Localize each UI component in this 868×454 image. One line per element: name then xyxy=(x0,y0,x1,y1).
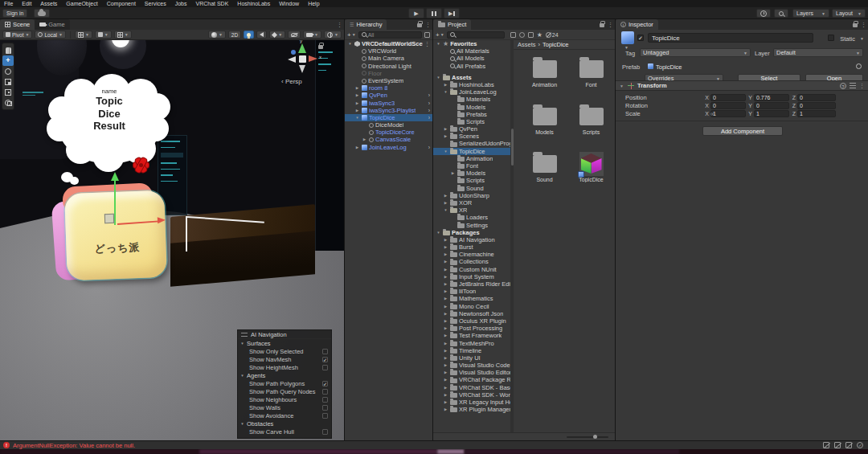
ai-nav-option[interactable]: Show Only Selected xyxy=(238,347,331,355)
menu-item-services[interactable]: Services xyxy=(145,1,166,6)
perspective-label[interactable]: ‹ Persp xyxy=(281,78,302,85)
twisty-icon[interactable]: ▶ xyxy=(362,136,367,143)
checkbox[interactable] xyxy=(322,389,328,395)
checkbox[interactable] xyxy=(322,429,328,435)
project-tree-item[interactable]: ▶QvPen xyxy=(433,125,510,133)
foldout-icon[interactable]: ▼ xyxy=(240,374,245,378)
project-tree-item[interactable]: ▶JetBrains Rider Editor xyxy=(433,280,510,288)
twisty-icon[interactable]: ▶ xyxy=(443,192,448,199)
y-axis-cone-icon[interactable] xyxy=(298,43,306,53)
active-checkbox[interactable]: ✓ xyxy=(637,35,644,41)
hierarchy-item[interactable]: ▶JoinLeaveLog› xyxy=(345,144,432,151)
project-tree-item[interactable]: Scripts xyxy=(433,118,510,125)
project-tree-item[interactable]: ▶Models xyxy=(433,170,510,177)
twisty-icon[interactable]: ▶ xyxy=(443,325,448,332)
twisty-icon[interactable]: ▼ xyxy=(436,229,441,236)
twisty-icon[interactable]: ▶ xyxy=(443,199,448,207)
project-tree-item[interactable]: ▶Oculus XR Plugin xyxy=(433,317,510,325)
scene-visibility-icon[interactable] xyxy=(424,32,430,38)
position-y-field[interactable] xyxy=(754,94,789,101)
twisty-icon[interactable]: ▶ xyxy=(443,347,448,354)
twisty-icon[interactable]: ▶ xyxy=(443,384,448,391)
project-grid-item-sound[interactable]: Sound xyxy=(522,151,567,195)
project-tree-item[interactable]: ▶HoshinoLabs xyxy=(433,81,510,88)
z-axis-cone-icon[interactable] xyxy=(291,50,296,55)
twisty-icon[interactable]: ▼ xyxy=(443,88,448,96)
mute-errors-icon[interactable] xyxy=(845,442,852,448)
hierarchy-item[interactable]: DiceModel xyxy=(345,121,432,129)
checkbox[interactable]: ✓ xyxy=(322,381,328,387)
foldout-icon[interactable]: ▼ xyxy=(240,422,245,426)
hierarchy-item[interactable]: VRCWorld xyxy=(345,47,432,55)
ai-nav-option[interactable]: Show HeightMesh xyxy=(238,363,331,371)
twisty-icon[interactable]: ▶ xyxy=(443,376,448,383)
help-icon[interactable]: ? xyxy=(840,83,846,89)
menu-item-hoshinolabs[interactable]: HoshinoLabs xyxy=(237,1,270,6)
project-tree-item[interactable]: ▶XOR xyxy=(433,199,510,207)
project-tree-item[interactable]: ▶Visual Studio Code Edi xyxy=(433,362,510,369)
twisty-icon[interactable]: ▶ xyxy=(443,258,448,265)
checkbox[interactable] xyxy=(322,397,328,403)
project-tree-item[interactable]: ▶Newtonsoft Json xyxy=(433,310,510,317)
hierarchy-item[interactable]: ▼VRCDefaultWorldScen⋮ xyxy=(345,40,432,47)
project-tree-item[interactable]: ▶Burst xyxy=(433,243,510,251)
static-dropdown-icon[interactable]: ▼ xyxy=(860,36,864,41)
twisty-icon[interactable]: ▶ xyxy=(443,133,448,140)
twisty-icon[interactable]: ▶ xyxy=(443,310,448,317)
project-grid-item-models[interactable]: Models xyxy=(522,104,567,148)
hierarchy-item[interactable]: ▶QvPen› xyxy=(345,92,432,99)
hierarchy-item[interactable]: TopicDiceCore xyxy=(345,129,432,136)
menu-item-component[interactable]: Component xyxy=(107,1,136,6)
project-grid-item-topicdice[interactable]: TopicDice xyxy=(568,151,614,195)
object-name-field[interactable] xyxy=(648,33,813,43)
mute-messages-icon[interactable] xyxy=(823,442,829,448)
twisty-icon[interactable]: ▶ xyxy=(354,144,360,151)
transform-tool[interactable] xyxy=(2,97,14,108)
project-tree-item[interactable]: ▶Timeline xyxy=(433,347,510,354)
tab-hierarchy[interactable]: ☰Hierarchy xyxy=(345,19,387,30)
project-tree-item[interactable]: ▶XR Plugin Manageme xyxy=(433,406,510,413)
axis-cone-icon[interactable] xyxy=(299,65,305,73)
orientation-gizmo[interactable]: y x ‹ Persp xyxy=(280,40,344,90)
pivot-dropdown[interactable]: Pivot▼ xyxy=(2,31,32,39)
twisty-icon[interactable]: ▼ xyxy=(443,148,448,155)
hand-tool[interactable] xyxy=(2,45,14,55)
link-scale-icon[interactable]: ∞ xyxy=(710,111,714,117)
axis-cone-icon[interactable] xyxy=(288,56,296,63)
scene-viewport[interactable]: name Topic Dice Result どっち派 xyxy=(0,40,344,440)
local-dropdown[interactable]: Local▼ xyxy=(35,31,66,39)
checkbox[interactable]: ✓ xyxy=(322,357,328,362)
tab-project[interactable]: Project xyxy=(433,19,471,30)
project-tree-item[interactable]: ▶Post Processing xyxy=(433,325,510,332)
checkbox[interactable] xyxy=(322,365,328,370)
tab-menu-icon[interactable]: ⋮ xyxy=(337,22,342,28)
add-component-button[interactable]: Add Component xyxy=(702,126,783,136)
grid-visibility-dropdown[interactable]: ▼ xyxy=(75,31,92,39)
project-tree-item[interactable]: Loaders xyxy=(433,214,510,221)
twisty-icon[interactable]: ▶ xyxy=(443,273,448,280)
hierarchy-item[interactable]: Main Camera xyxy=(345,55,432,62)
create-object-button[interactable]: +▼ xyxy=(347,31,356,39)
breadcrumb-topicdice[interactable]: TopicDice xyxy=(542,41,569,48)
project-search-box[interactable] xyxy=(447,31,505,39)
cloud-services-button[interactable] xyxy=(34,9,50,18)
project-tree-item[interactable]: ▶UdonSharp xyxy=(433,192,510,199)
ai-nav-option[interactable]: Show Carve Hull xyxy=(238,427,331,436)
project-tree-item[interactable]: ▶Mono Cecil xyxy=(433,303,510,310)
lock-icon[interactable] xyxy=(600,23,604,27)
twisty-icon[interactable]: ▶ xyxy=(443,317,448,325)
console-error-message[interactable]: ArgumentNullException: Value cannot be n… xyxy=(13,442,820,449)
foldout-icon[interactable]: ▼ xyxy=(240,342,245,346)
menu-item-file[interactable]: File xyxy=(4,1,13,6)
play-button[interactable]: ▶ xyxy=(408,8,424,18)
ai-nav-section-agents[interactable]: ▼Agents xyxy=(238,371,331,379)
twisty-icon[interactable]: ▶ xyxy=(443,295,448,302)
lock-icon[interactable] xyxy=(417,23,422,27)
twisty-icon[interactable]: ▶ xyxy=(450,170,456,177)
hierarchy-item[interactable]: EventSystem xyxy=(345,77,432,84)
rotation-y-field[interactable] xyxy=(754,102,789,109)
gizmo-lock-icon[interactable] xyxy=(318,45,323,49)
search-button[interactable] xyxy=(774,9,788,18)
project-tree-item[interactable]: Scripts xyxy=(433,177,510,184)
ai-nav-option[interactable]: Show Path Query Nodes xyxy=(238,387,331,395)
